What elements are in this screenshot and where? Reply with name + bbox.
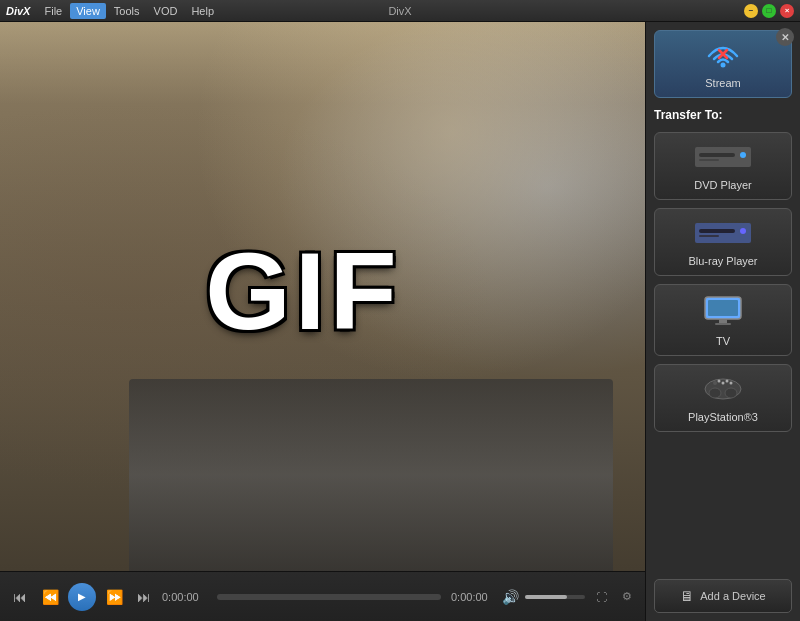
total-time: 0:00:00 (451, 591, 496, 603)
bluray-label: Blu-ray Player (688, 255, 757, 267)
rewind-button[interactable]: ⏪ (38, 585, 62, 609)
add-device-icon: 🖥 (680, 588, 694, 604)
play-button[interactable]: ▶ (68, 583, 96, 611)
app-title: DivX (388, 5, 411, 17)
tv-icon (703, 295, 743, 329)
prev-button[interactable]: ⏮ (8, 585, 32, 609)
window-controls: − □ × (744, 4, 794, 18)
dvd-player-button[interactable]: DVD Player (654, 132, 792, 200)
video-container[interactable]: GIF (0, 22, 645, 571)
svg-rect-6 (699, 159, 719, 161)
menu-view[interactable]: View (70, 3, 106, 19)
next-button[interactable]: ⏭ (132, 585, 156, 609)
menu-tools[interactable]: Tools (108, 3, 146, 19)
current-time: 0:00:00 (162, 591, 207, 603)
keyboard-visual (129, 379, 613, 571)
add-device-label: Add a Device (700, 590, 765, 602)
svg-point-9 (740, 228, 746, 234)
minimize-button[interactable]: − (744, 4, 758, 18)
right-panel: ✕ Stream Transfer To: (645, 22, 800, 621)
stream-icon (705, 41, 741, 71)
tv-button[interactable]: TV (654, 284, 792, 356)
svg-point-21 (726, 380, 729, 383)
stream-svg (705, 42, 741, 70)
stream-button[interactable]: Stream (654, 30, 792, 98)
close-button[interactable]: × (780, 4, 794, 18)
tv-label: TV (716, 335, 730, 347)
transfer-to-label: Transfer To: (654, 106, 792, 124)
playstation-icon (703, 375, 743, 405)
svg-point-20 (722, 382, 725, 385)
svg-rect-12 (708, 300, 738, 316)
svg-point-19 (718, 380, 721, 383)
svg-point-22 (730, 382, 733, 385)
maximize-button[interactable]: □ (762, 4, 776, 18)
svg-rect-4 (699, 153, 735, 157)
forward-button[interactable]: ⏩ (102, 585, 126, 609)
menu-help[interactable]: Help (185, 3, 220, 19)
playstation-button[interactable]: PlayStation®3 (654, 364, 792, 432)
menu-vod[interactable]: VOD (148, 3, 184, 19)
app-logo: DivX (6, 5, 30, 17)
main-layout: GIF ⏮ ⏪ ▶ ⏩ ⏭ 0:00:00 0:00:00 🔊 ⛶ ⚙ ✕ (0, 22, 800, 621)
bluray-player-button[interactable]: Blu-ray Player (654, 208, 792, 276)
svg-point-0 (721, 63, 726, 68)
svg-rect-8 (699, 229, 735, 233)
svg-rect-13 (719, 319, 727, 323)
dvd-label: DVD Player (694, 179, 751, 191)
title-bar: DivX File View Tools VOD Help DivX − □ × (0, 0, 800, 22)
progress-bar[interactable] (217, 594, 441, 600)
bluray-icon (695, 219, 751, 249)
svg-point-5 (740, 152, 746, 158)
close-panel-button[interactable]: ✕ (776, 28, 794, 46)
svg-point-17 (725, 388, 737, 398)
svg-rect-10 (699, 235, 719, 237)
playstation-label: PlayStation®3 (688, 411, 758, 423)
volume-fill (525, 595, 567, 599)
fullscreen-button[interactable]: ⛶ (591, 587, 611, 607)
playback-controls: ⏮ ⏪ ▶ ⏩ ⏭ 0:00:00 0:00:00 🔊 ⛶ ⚙ (0, 571, 645, 621)
dvd-icon (695, 143, 751, 173)
volume-bar[interactable] (525, 595, 585, 599)
video-area: GIF ⏮ ⏪ ▶ ⏩ ⏭ 0:00:00 0:00:00 🔊 ⛶ ⚙ (0, 22, 645, 621)
svg-point-18 (713, 381, 717, 385)
stream-label: Stream (705, 77, 740, 89)
settings-button[interactable]: ⚙ (617, 587, 637, 607)
add-device-button[interactable]: 🖥 Add a Device (654, 579, 792, 613)
svg-point-16 (709, 388, 721, 398)
menu-file[interactable]: File (38, 3, 68, 19)
volume-icon[interactable]: 🔊 (502, 589, 519, 605)
svg-rect-14 (715, 323, 731, 325)
